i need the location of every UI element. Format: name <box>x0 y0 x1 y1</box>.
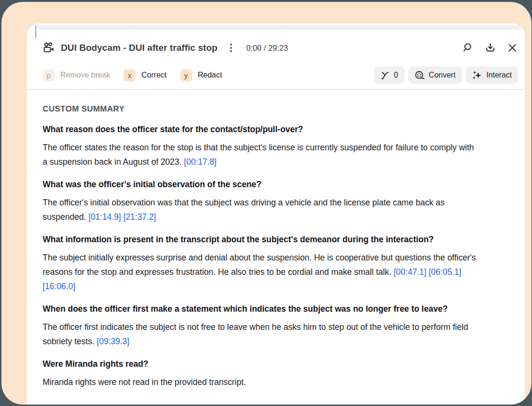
qa-question: What information is present in the trans… <box>43 232 479 247</box>
keycap-x: x <box>124 69 136 81</box>
film-reel-icon <box>415 70 425 80</box>
fork-count-button[interactable]: 0 <box>374 67 405 84</box>
download-icon[interactable] <box>485 42 496 54</box>
shortcut-label: Correct <box>141 71 166 79</box>
summary-heading: CUSTOM SUMMARY <box>43 104 479 114</box>
timestamp-link[interactable]: [16:06.0] <box>43 282 75 291</box>
toolbar: p Remove break x Correct y Redact <box>43 66 518 84</box>
qa-block: What information is present in the trans… <box>43 232 479 293</box>
playback-time: 0:00 / 29:23 <box>246 44 288 53</box>
interact-button[interactable]: Interact <box>466 67 518 84</box>
page-title: DUI Bodycam - DUI after traffic stop <box>61 43 218 53</box>
qa-question: What was the officer's initial observati… <box>43 177 479 192</box>
search-icon[interactable] <box>463 42 474 54</box>
timestamp-link[interactable]: [06:05.1] <box>428 267 461 277</box>
qa-answer: The subject initially expresses surprise… <box>43 250 479 293</box>
interact-label: Interact <box>486 71 512 79</box>
keycap-p: p <box>43 69 55 81</box>
timestamp-link[interactable]: [00:17.8] <box>184 157 217 167</box>
scrolled-element-edge <box>36 25 522 30</box>
qa-block: When does the officer first make a state… <box>43 302 479 349</box>
shortcut-remove-break[interactable]: p Remove break <box>43 69 110 81</box>
qa-block: What was the officer's initial observati… <box>43 177 479 224</box>
timestamp-link[interactable]: [01:14.9] <box>88 212 121 222</box>
keycap-y: y <box>180 69 192 81</box>
summary-content: CUSTOM SUMMARY What reason does the offi… <box>27 90 525 402</box>
sparkles-icon <box>472 70 482 80</box>
peach-background-card: DUI Bodycam - DUI after traffic stop 0:0… <box>1 2 532 405</box>
kebab-menu-icon[interactable] <box>227 42 235 54</box>
qa-question: When does the officer first make a state… <box>43 302 479 316</box>
video-camera-icon <box>43 42 55 54</box>
qa-block: Were Miranda rights read? Miranda rights… <box>43 357 479 389</box>
qa-answer: The officer's initial observation was th… <box>43 195 479 224</box>
qa-answer: The officer states the reason for the st… <box>43 140 479 169</box>
playhead-caret[interactable] <box>35 25 36 38</box>
close-icon[interactable] <box>507 42 518 54</box>
timestamp-link[interactable]: [09:39.3] <box>97 337 129 346</box>
qa-list: What reason does the officer state for t… <box>43 122 479 389</box>
qa-answer-text: Miranda rights were not read in the prov… <box>43 377 246 387</box>
timestamp-link[interactable]: [00:47.1] <box>393 267 426 277</box>
qa-block: What reason does the officer state for t… <box>43 122 479 169</box>
qa-question: Were Miranda rights read? <box>43 357 479 371</box>
qa-question: What reason does the officer state for t… <box>43 122 479 136</box>
timestamp-link[interactable]: [21:37.2] <box>123 212 156 222</box>
convert-label: Convert <box>429 71 456 79</box>
header: DUI Bodycam - DUI after traffic stop 0:0… <box>43 37 518 58</box>
qa-answer: Miranda rights were not read in the prov… <box>43 375 479 389</box>
qa-answer-text: The officer states the reason for the st… <box>43 143 474 167</box>
shortcut-label: Redact <box>198 71 222 79</box>
fork-count: 0 <box>394 71 398 79</box>
shortcut-correct[interactable]: x Correct <box>124 69 166 81</box>
document-panel: DUI Bodycam - DUI after traffic stop 0:0… <box>26 23 525 405</box>
qa-answer: The officer first indicates the subject … <box>43 320 479 349</box>
convert-button[interactable]: Convert <box>408 67 462 84</box>
fork-icon <box>380 70 390 80</box>
shortcut-label: Remove break <box>60 71 110 79</box>
shortcut-redact[interactable]: y Redact <box>180 69 222 81</box>
